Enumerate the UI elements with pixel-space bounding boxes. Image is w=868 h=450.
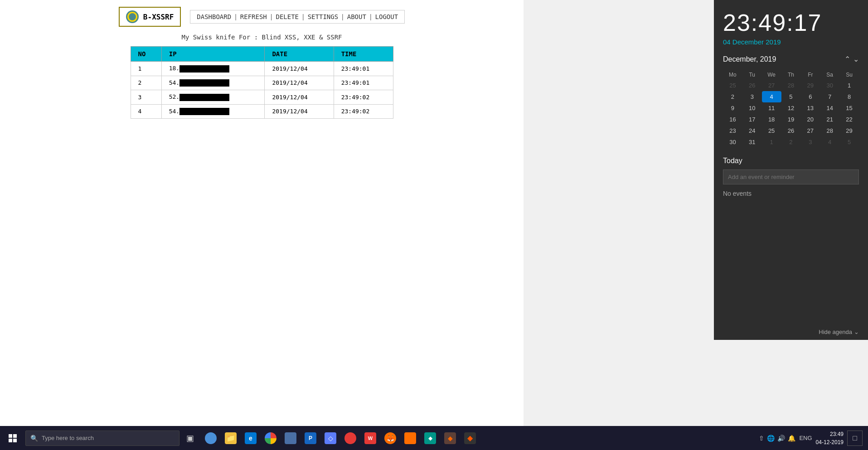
calendar-grid: MoTuWeThFrSaSu 2526272829301234567891011…	[723, 70, 859, 148]
cal-day[interactable]: 11	[762, 102, 781, 114]
taskbar-app-generic4[interactable]	[341, 429, 360, 448]
taskbar-app-generic6[interactable]	[401, 429, 420, 448]
cell-date: 2019/12/04	[265, 104, 334, 119]
taskbar-app-chrome[interactable]	[261, 429, 280, 448]
start-button[interactable]	[3, 428, 23, 448]
cal-day[interactable]: 5	[781, 91, 801, 102]
cal-day-header: Mo	[723, 70, 742, 80]
cal-day[interactable]: 4	[820, 136, 839, 148]
taskbar-app-generic9[interactable]: ◆	[461, 429, 480, 448]
clock-display: 23:49:17	[723, 9, 859, 36]
cal-day[interactable]: 22	[839, 114, 859, 125]
generic8-icon: ◆	[444, 432, 456, 444]
cal-day-header: Tu	[742, 70, 762, 80]
cell-no: 2	[131, 76, 161, 90]
generic4-icon	[344, 432, 356, 444]
ip-prefix: 54.	[169, 108, 179, 115]
col-ip: IP	[161, 47, 265, 62]
cal-day[interactable]: 18	[762, 114, 781, 125]
ip-redacted	[179, 108, 229, 115]
hide-agenda-label: Hide agenda	[819, 329, 852, 335]
cal-day[interactable]: 30	[820, 80, 839, 91]
cal-day[interactable]: 7	[820, 91, 839, 102]
cal-day[interactable]: 14	[820, 102, 839, 114]
right-panel: 23:49:17 04 December 2019 December, 2019…	[714, 0, 868, 340]
cal-day[interactable]: 28	[820, 125, 839, 136]
taskbar-app-edge[interactable]: e	[241, 429, 260, 448]
nav-about[interactable]: ABOUT	[347, 13, 366, 20]
cal-day[interactable]: 27	[762, 80, 781, 91]
cal-day[interactable]: 3	[800, 136, 820, 148]
nav-refresh[interactable]: REFRESH	[240, 13, 267, 20]
cal-day[interactable]: 29	[839, 125, 859, 136]
cal-day[interactable]: 4	[762, 91, 781, 102]
cal-day[interactable]: 26	[742, 80, 762, 91]
task-view-button[interactable]: ▣	[181, 430, 199, 447]
cal-day[interactable]: 3	[742, 91, 762, 102]
browser-content: B-XSSRF DASHBOARD | REFRESH | DELETE | S…	[0, 0, 524, 426]
cal-day[interactable]: 1	[839, 80, 859, 91]
ip-redacted	[179, 79, 229, 87]
sep3: |	[302, 13, 304, 20]
cal-day[interactable]: 31	[742, 136, 762, 148]
taskbar-app-generic3[interactable]: ◇	[321, 429, 340, 448]
cal-day[interactable]: 24	[742, 125, 762, 136]
cal-day[interactable]: 25	[723, 80, 742, 91]
cal-day[interactable]: 16	[723, 114, 742, 125]
cal-day[interactable]: 29	[800, 80, 820, 91]
taskbar-app-generic8[interactable]: ◆	[441, 429, 460, 448]
cal-day[interactable]: 28	[781, 80, 801, 91]
nav-logout[interactable]: LOGOUT	[375, 13, 398, 20]
cal-day[interactable]: 2	[723, 91, 742, 102]
cal-day[interactable]: 26	[781, 125, 801, 136]
nav-delete[interactable]: DELETE	[276, 13, 299, 20]
cell-ip: 18.	[161, 62, 265, 76]
no-events-label: No events	[723, 190, 859, 197]
taskbar-date: 04-12-2019	[816, 438, 844, 446]
taskbar-app-firefox[interactable]: 🦊	[381, 429, 400, 448]
cal-day[interactable]: 6	[800, 91, 820, 102]
cal-day[interactable]: 25	[762, 125, 781, 136]
taskbar-search-box[interactable]: 🔍 Type here to search	[25, 431, 179, 446]
taskbar-clock[interactable]: 23:49 04-12-2019	[816, 430, 844, 446]
cal-day[interactable]: 10	[742, 102, 762, 114]
taskbar-apps: 📁 e P ◇ W 🦊	[201, 429, 480, 448]
sep4: |	[342, 13, 344, 20]
cal-day[interactable]: 27	[800, 125, 820, 136]
sep5: |	[370, 13, 372, 20]
cal-day[interactable]: 17	[742, 114, 762, 125]
calendar-header: December, 2019 ⌃ ⌄	[723, 55, 859, 63]
cal-day[interactable]: 19	[781, 114, 801, 125]
calendar-next[interactable]: ⌄	[853, 55, 859, 63]
taskbar-app-generic1[interactable]	[281, 429, 300, 448]
explorer-icon: 📁	[225, 432, 237, 444]
taskbar-app-generic2[interactable]: P	[301, 429, 320, 448]
cal-day[interactable]: 9	[723, 102, 742, 114]
notification-center-button[interactable]: □	[847, 431, 863, 446]
nav-settings[interactable]: SETTINGS	[308, 13, 338, 20]
ip-prefix: 52.	[169, 93, 179, 100]
cal-day[interactable]: 5	[839, 136, 859, 148]
nav-dashboard[interactable]: DASHBOARD	[197, 13, 231, 20]
cal-day[interactable]: 20	[800, 114, 820, 125]
cal-day[interactable]: 12	[781, 102, 801, 114]
cal-day[interactable]: 30	[723, 136, 742, 148]
today-label: Today	[723, 157, 859, 165]
cal-day[interactable]: 13	[800, 102, 820, 114]
cal-day[interactable]: 21	[820, 114, 839, 125]
taskbar-app-cortana[interactable]	[201, 429, 220, 448]
cal-day[interactable]: 1	[762, 136, 781, 148]
hide-agenda-button[interactable]: Hide agenda ⌄	[819, 329, 859, 335]
cal-day[interactable]: 15	[839, 102, 859, 114]
cal-day[interactable]: 23	[723, 125, 742, 136]
ip-prefix: 18.	[169, 65, 179, 72]
arrow-up-icon[interactable]: ⇧	[759, 435, 764, 442]
cal-day[interactable]: 2	[781, 136, 801, 148]
calendar-month-year: December, 2019	[723, 55, 776, 63]
calendar-prev[interactable]: ⌃	[844, 55, 850, 63]
taskbar-app-generic7[interactable]: ◆	[421, 429, 440, 448]
taskbar-app-explorer[interactable]: 📁	[221, 429, 240, 448]
cal-day[interactable]: 8	[839, 91, 859, 102]
event-reminder-input[interactable]	[723, 169, 859, 184]
taskbar-app-generic5[interactable]: W	[361, 429, 380, 448]
